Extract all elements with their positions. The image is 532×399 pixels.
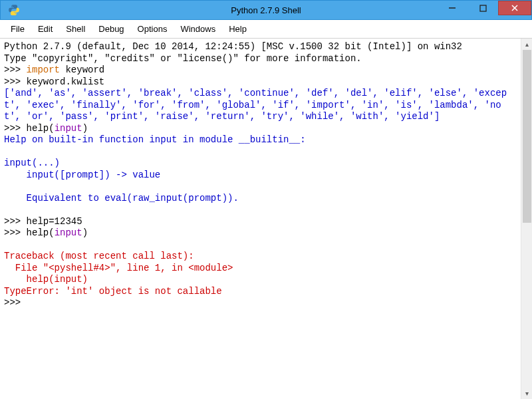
text-keyword: keyword: [60, 65, 104, 75]
scroll-thumb[interactable]: [523, 50, 531, 223]
traceback-call: help(input): [4, 274, 88, 285]
prompt: >>>: [4, 123, 27, 134]
banner-line: Python 2.7.9 (default, Dec 10 2014, 12:2…: [4, 41, 462, 52]
menubar: File Edit Shell Debug Options Windows He…: [0, 20, 532, 39]
traceback-error: TypeError: 'int' object is not callable: [4, 286, 222, 297]
scroll-up-icon[interactable]: ▴: [521, 39, 532, 50]
scroll-down-icon[interactable]: ▾: [521, 388, 532, 399]
menu-shell[interactable]: Shell: [59, 21, 92, 37]
paren-close: ): [82, 227, 88, 238]
menu-options[interactable]: Options: [131, 21, 174, 37]
vertical-scrollbar[interactable]: ▴ ▾: [521, 39, 532, 399]
menu-debug[interactable]: Debug: [92, 21, 130, 37]
builtin-input: input: [55, 123, 82, 134]
traceback-file: File "<pyshell#4>", line 1, in <module>: [4, 263, 233, 273]
info-line: Type "copyright", "credits" or "license(…: [4, 53, 362, 64]
menu-help[interactable]: Help: [222, 21, 253, 37]
maximize-button[interactable]: [467, 1, 498, 15]
kw-import: import: [27, 65, 60, 75]
prompt: >>>: [4, 227, 27, 238]
minimize-button[interactable]: [437, 1, 467, 15]
call-help2: help(: [27, 227, 55, 238]
traceback-header: Traceback (most recent call last):: [4, 251, 194, 261]
svg-rect-1: [480, 5, 486, 11]
help-sig: input(...): [4, 158, 60, 168]
help-header: Help on built-in function input in modul…: [4, 134, 306, 145]
stmt-kwlist: keyword.kwlist: [27, 76, 105, 87]
prompt: >>>: [4, 216, 27, 227]
call-help: help(: [27, 123, 55, 134]
menu-windows[interactable]: Windows: [174, 21, 222, 37]
menu-file[interactable]: File: [4, 21, 31, 37]
builtin-input: input: [55, 227, 82, 238]
prompt: >>>: [4, 76, 27, 87]
menu-edit[interactable]: Edit: [31, 21, 59, 37]
titlebar: Python 2.7.9 Shell: [0, 0, 532, 20]
help-line-1: input([prompt]) -> value: [4, 170, 160, 180]
window-controls: [437, 1, 531, 15]
prompt: >>>: [4, 65, 27, 75]
shell-text[interactable]: Python 2.7.9 (default, Dec 10 2014, 12:2…: [0, 39, 521, 399]
help-line-2: Equivalent to eval(raw_input(prompt)).: [4, 193, 239, 203]
paren-close: ): [82, 123, 88, 134]
python-app-icon: [5, 1, 23, 19]
prompt: >>>: [4, 297, 27, 308]
editor-area: Python 2.7.9 (default, Dec 10 2014, 12:2…: [0, 39, 532, 399]
close-button[interactable]: [498, 1, 531, 15]
output-kwlist: ['and', 'as', 'assert', 'break', 'class'…: [4, 88, 507, 122]
assign-help: help=12345: [27, 216, 82, 227]
